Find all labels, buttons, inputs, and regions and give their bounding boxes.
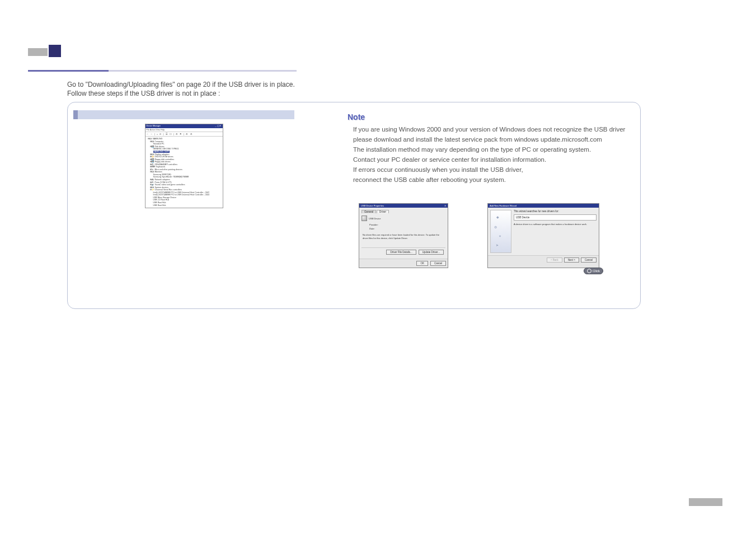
- usb-device-icon: [361, 216, 367, 221]
- click-callout-badge: Click: [584, 268, 603, 274]
- wizard-device-name: USB Device: [514, 214, 597, 221]
- cancel-button[interactable]: Cancel: [581, 257, 597, 263]
- close-icon[interactable]: ✕: [444, 204, 446, 207]
- section-heading-bar: [73, 110, 294, 119]
- window-title: Device Manager: [147, 125, 161, 128]
- cancel-button[interactable]: Cancel: [430, 261, 446, 266]
- note-line: If errors occur continuously when you in…: [348, 165, 627, 174]
- ok-button[interactable]: OK: [416, 261, 428, 266]
- dialog-title: USB Device Properties: [361, 204, 384, 207]
- tab-strip: General Driver: [361, 210, 445, 213]
- note-line: reconnect the USB cable after rebooting …: [348, 175, 627, 184]
- driver-details-button[interactable]: Driver File Details...: [386, 250, 416, 255]
- dialog-title: Add New Hardware Wizard: [490, 204, 516, 207]
- update-driver-button[interactable]: Update Driver...: [419, 250, 444, 255]
- wizard-sidebar-graphic: ◆⚙✦➤: [490, 210, 511, 253]
- header-corner-ornament: [28, 48, 62, 56]
- tree-item: USB Root Hub: [148, 204, 220, 207]
- content-panel: Device Manager _ ▢ ✕ File Action View He…: [67, 102, 641, 309]
- provider-label: Provider:: [369, 223, 445, 226]
- wizard-text: A device driver is a software program th…: [514, 223, 597, 226]
- wizard-heading: This wizard searches for new drivers for…: [514, 210, 597, 213]
- note-line: Contact your PC dealer or service center…: [348, 155, 627, 164]
- menubar: File Action View Help: [145, 128, 223, 133]
- note-line: The installation method may vary dependi…: [348, 145, 627, 154]
- device-tree: ⊟ 🖥 SAMSUNG⊟ 🖥 ComputerStandard PC⊟ 💾 Di…: [145, 137, 223, 208]
- dialog-titlebar: Add New Hardware Wizard: [488, 204, 599, 208]
- back-button: < Back: [547, 257, 562, 263]
- device-manager-window: Device Manager _ ▢ ✕ File Action View He…: [145, 124, 223, 208]
- footer-corner-ornament: [689, 498, 722, 506]
- left-column: Device Manager _ ▢ ✕ File Action View He…: [73, 110, 294, 208]
- toolbar: ← → | ⌂ ⟳ | ☰ ☐ | ⚙ ⚑ | ⚙ ⚙: [145, 132, 223, 137]
- intro-line: Go to "Downloading/Uploading files" on p…: [67, 80, 295, 89]
- window-controls: _ ▢ ✕: [215, 125, 222, 128]
- hardware-wizard-dialog: Add New Hardware Wizard ◆⚙✦➤ This wizard…: [487, 203, 599, 268]
- intro-line: Follow these steps if the USB driver is …: [67, 89, 295, 98]
- note-line: If you are using Windows 2000 and your v…: [348, 125, 627, 134]
- date-label: Date:: [369, 227, 445, 230]
- note-title: Note: [348, 113, 627, 121]
- usb-properties-dialog: USB Device Properties ✕ General Driver U…: [359, 203, 448, 268]
- header-rule: [28, 70, 297, 72]
- tab-driver[interactable]: Driver: [377, 210, 389, 213]
- intro-text: Go to "Downloading/Uploading files" on p…: [67, 80, 295, 98]
- note-line: please download and install the latest s…: [348, 135, 627, 144]
- dialog-titlebar: USB Device Properties ✕: [359, 204, 448, 208]
- dialog-row: USB Device Properties ✕ General Driver U…: [359, 203, 599, 268]
- device-name: USB Device: [369, 217, 381, 220]
- note-body: If you are using Windows 2000 and your v…: [348, 125, 627, 185]
- next-button[interactable]: Next >: [564, 257, 579, 263]
- right-column: Note If you are using Windows 2000 and y…: [348, 113, 627, 186]
- dialog-message: No driver files are required or have bee…: [363, 233, 444, 240]
- tab-general[interactable]: General: [361, 210, 376, 213]
- click-label: Click: [593, 269, 600, 273]
